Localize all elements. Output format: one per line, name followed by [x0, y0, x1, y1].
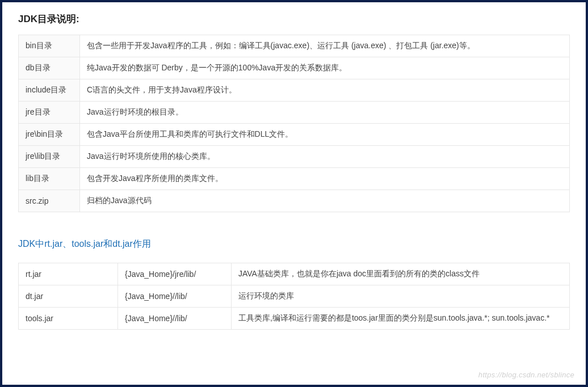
jdk-dir-table: bin目录 包含一些用于开发Java程序的工具，例如：编译工具(javac.ex… — [18, 35, 570, 212]
dir-name: db目录 — [19, 57, 80, 79]
jar-name: tools.jar — [19, 308, 118, 330]
jar-path: {Java_Home}/jre/lib/ — [118, 263, 232, 285]
table-row: dt.jar {Java_Home}//lib/ 运行环境的类库 — [19, 285, 570, 308]
table-row: jre目录 Java运行时环境的根目录。 — [19, 102, 570, 124]
table-row: src.zip 归档的Java源代码 — [19, 190, 570, 212]
jar-name: rt.jar — [19, 263, 118, 285]
dir-desc: Java运行时环境所使用的核心类库。 — [80, 146, 570, 168]
jar-path: {Java_Home}//lib/ — [118, 308, 232, 330]
table-row: lib目录 包含开发Java程序所使用的类库文件。 — [19, 168, 570, 190]
dir-desc: 包含Java平台所使用工具和类库的可执行文件和DLL文件。 — [80, 124, 570, 146]
table-row: tools.jar {Java_Home}//lib/ 工具类库,编译和运行需要… — [19, 308, 570, 330]
dir-desc: 归档的Java源代码 — [80, 190, 570, 212]
jar-path: {Java_Home}//lib/ — [118, 285, 232, 308]
table-row: bin目录 包含一些用于开发Java程序的工具，例如：编译工具(javac.ex… — [19, 35, 570, 57]
dir-name: jre目录 — [19, 102, 80, 124]
dir-desc: 纯Java开发的数据可 Derby，是一个开源的100%Java开发的关系数据库… — [80, 57, 570, 79]
dir-name: jre\lib目录 — [19, 146, 80, 168]
jar-desc: JAVA基础类库，也就是你在java doc里面看到的所有的类的class文件 — [232, 263, 570, 285]
dir-desc: 包含一些用于开发Java程序的工具，例如：编译工具(javac.exe)、运行工… — [80, 35, 570, 57]
jar-desc: 工具类库,编译和运行需要的都是toos.jar里面的类分别是sun.tools.… — [232, 308, 570, 330]
table-row: jre\lib目录 Java运行时环境所使用的核心类库。 — [19, 146, 570, 168]
dir-name: bin目录 — [19, 35, 80, 57]
section2-heading-link[interactable]: JDK中rt.jar、tools.jar和dt.jar作用 — [18, 238, 570, 250]
dir-name: include目录 — [19, 79, 80, 102]
table-row: db目录 纯Java开发的数据可 Derby，是一个开源的100%Java开发的… — [19, 57, 570, 79]
dir-desc: C语言的头文件，用于支持Java程序设计。 — [80, 79, 570, 102]
table-row: include目录 C语言的头文件，用于支持Java程序设计。 — [19, 79, 570, 102]
jar-desc: 运行环境的类库 — [232, 285, 570, 308]
dir-name: jre\bin目录 — [19, 124, 80, 146]
watermark-text: https://blog.csdn.net/sblince — [478, 371, 574, 379]
table-row: rt.jar {Java_Home}/jre/lib/ JAVA基础类库，也就是… — [19, 263, 570, 285]
section1-title: JDK目录说明: — [18, 12, 570, 26]
dir-name: lib目录 — [19, 168, 80, 190]
dir-desc: Java运行时环境的根目录。 — [80, 102, 570, 124]
jar-table: rt.jar {Java_Home}/jre/lib/ JAVA基础类库，也就是… — [18, 263, 570, 330]
dir-name: src.zip — [19, 190, 80, 212]
jar-name: dt.jar — [19, 285, 118, 308]
document-page: JDK目录说明: bin目录 包含一些用于开发Java程序的工具，例如：编译工具… — [2, 2, 586, 385]
dir-desc: 包含开发Java程序所使用的类库文件。 — [80, 168, 570, 190]
table-row: jre\bin目录 包含Java平台所使用工具和类库的可执行文件和DLL文件。 — [19, 124, 570, 146]
